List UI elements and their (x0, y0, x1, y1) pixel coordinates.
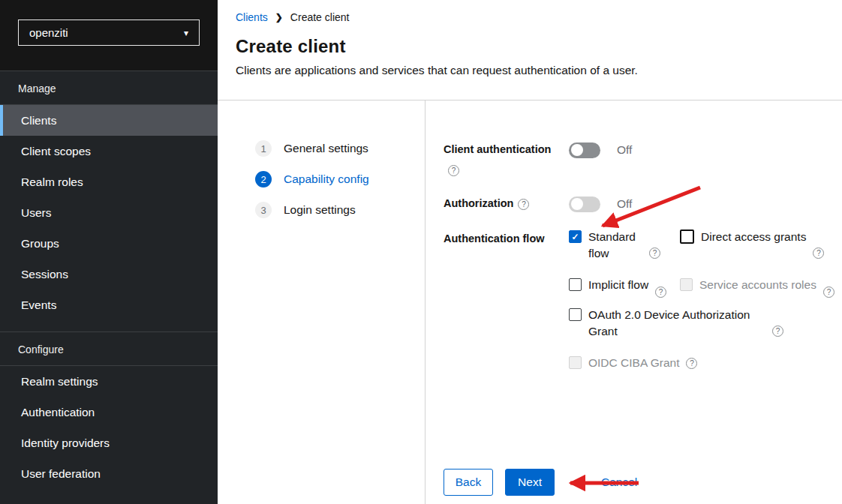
service-accounts-roles-checkbox[interactable] (680, 278, 693, 291)
help-icon[interactable]: ? (448, 165, 459, 176)
sidebar-item-identity-providers[interactable]: Identity providers (0, 428, 218, 458)
capability-config-form: Client authentication ? Off Authorizatio… (426, 100, 842, 504)
toggle-knob (571, 198, 583, 210)
wizard-steps: 1 General settings 2 Capability config 3… (218, 100, 426, 504)
sidebar-item-label: Clients (21, 114, 56, 128)
sidebar-item-label: Authentication (21, 406, 95, 419)
authorization-label: Authorization? (444, 194, 569, 229)
page-header: Clients ❯ Create client Create client Cl… (218, 0, 842, 100)
sidebar-item-events[interactable]: Events (0, 290, 218, 320)
check-icon: ✓ (571, 232, 579, 242)
help-icon[interactable]: ? (772, 326, 783, 337)
wizard-body: 1 General settings 2 Capability config 3… (218, 100, 842, 504)
wizard-footer: Back Next Cancel (444, 469, 637, 496)
nav-section-manage: Manage (0, 71, 218, 104)
client-authentication-control: Off (569, 140, 632, 160)
back-button[interactable]: Back (444, 469, 493, 496)
help-icon[interactable]: ? (518, 199, 529, 210)
sidebar-item-label: Groups (21, 237, 59, 250)
step-label: General settings (284, 142, 368, 155)
help-icon[interactable]: ? (813, 248, 824, 259)
client-authentication-label: Client authentication ? (444, 140, 569, 194)
authentication-flow-options: ✓ Standard flow ? Direct access grants ? (569, 229, 842, 371)
realm-selector-dropdown[interactable]: openziti ▾ (18, 20, 200, 46)
chevron-down-icon: ▾ (184, 28, 188, 38)
implicit-flow-option[interactable]: Implicit flow ? (569, 277, 680, 307)
wizard-step-general-settings[interactable]: 1 General settings (255, 140, 425, 157)
page-title: Create client (236, 36, 824, 57)
sidebar-item-sessions[interactable]: Sessions (0, 259, 218, 290)
oidc-ciba-grant-checkbox[interactable] (569, 356, 582, 369)
help-icon[interactable]: ? (655, 286, 666, 298)
sidebar-item-groups[interactable]: Groups (0, 228, 218, 259)
sidebar-item-clients[interactable]: Clients (0, 105, 218, 136)
breadcrumb-current: Create client (290, 11, 350, 23)
client-authentication-state: Off (617, 143, 632, 157)
help-icon[interactable]: ? (649, 248, 660, 259)
wizard-step-capability-config[interactable]: 2 Capability config (255, 171, 425, 188)
sidebar-item-label: Users (21, 206, 51, 220)
keycloak-admin-console: openziti ▾ Manage Clients Client scopes … (0, 0, 842, 504)
oauth-device-grant-option[interactable]: OAuth 2.0 Device Authorization Grant ? (569, 307, 783, 355)
implicit-flow-checkbox[interactable] (569, 278, 582, 291)
sidebar-item-label: Client scopes (21, 145, 91, 158)
breadcrumb-separator-icon: ❯ (275, 12, 283, 22)
sidebar-item-realm-settings[interactable]: Realm settings (0, 366, 218, 397)
next-button[interactable]: Next (505, 469, 555, 496)
step-label: Login settings (284, 203, 356, 217)
direct-access-grants-checkbox[interactable] (680, 230, 694, 244)
nav-section-configure-group: Configure Realm settings Authentication … (0, 332, 218, 489)
realm-selector-value: openziti (29, 26, 68, 39)
step-number: 1 (255, 140, 272, 157)
sidebar-item-realm-roles[interactable]: Realm roles (0, 166, 218, 197)
client-authentication-row: Client authentication ? Off (444, 140, 842, 194)
standard-flow-option[interactable]: ✓ Standard flow ? (569, 229, 680, 277)
flow-options-row-3: OAuth 2.0 Device Authorization Grant ? (569, 307, 842, 355)
sidebar-item-users[interactable]: Users (0, 197, 218, 228)
sidebar-item-label: Realm roles (21, 176, 83, 189)
standard-flow-checkbox[interactable]: ✓ (569, 230, 582, 243)
flow-options-row-1: ✓ Standard flow ? Direct access grants ? (569, 229, 842, 277)
sidebar-item-client-scopes[interactable]: Client scopes (0, 136, 218, 166)
checkbox-label: Direct access grants (701, 229, 806, 245)
main-content: Clients ❯ Create client Create client Cl… (218, 0, 842, 504)
sidebar-item-label: Realm settings (21, 375, 98, 388)
authorization-control: Off (569, 194, 632, 214)
cancel-link[interactable]: Cancel (601, 476, 637, 489)
sidebar: openziti ▾ Manage Clients Client scopes … (0, 0, 218, 504)
authentication-flow-row: Authentication flow ✓ Standard flow ? (444, 229, 842, 371)
authorization-state: Off (617, 197, 632, 211)
breadcrumb-clients-link[interactable]: Clients (236, 11, 268, 23)
authorization-row: Authorization? Off (444, 194, 842, 229)
direct-access-grants-option[interactable]: Direct access grants ? (680, 229, 824, 277)
toggle-knob (571, 144, 583, 156)
wizard-step-login-settings[interactable]: 3 Login settings (255, 202, 425, 218)
step-number: 2 (255, 171, 272, 188)
sidebar-item-label: Identity providers (21, 436, 110, 450)
oidc-ciba-grant-option[interactable]: OIDC CIBA Grant ? (569, 355, 697, 371)
step-label: Capability config (284, 172, 369, 186)
checkbox-label: Service accounts roles (699, 277, 816, 293)
sidebar-item-authentication[interactable]: Authentication (0, 397, 218, 428)
sidebar-item-label: User federation (21, 467, 101, 481)
breadcrumb: Clients ❯ Create client (236, 11, 824, 23)
service-accounts-roles-option[interactable]: Service accounts roles ? (680, 277, 834, 307)
authentication-flow-label: Authentication flow (444, 229, 569, 371)
flow-options-row-4: OIDC CIBA Grant ? (569, 355, 842, 371)
authorization-toggle[interactable] (569, 196, 600, 212)
flow-options-row-2: Implicit flow ? Service accounts roles ? (569, 277, 842, 307)
oauth-device-grant-checkbox[interactable] (569, 308, 582, 321)
checkbox-label: OAuth 2.0 Device Authorization Grant (588, 307, 765, 340)
checkbox-label: Standard flow (588, 229, 642, 262)
help-icon[interactable]: ? (686, 358, 697, 369)
client-authentication-toggle[interactable] (569, 142, 600, 158)
nav-section-configure: Configure (0, 332, 218, 365)
sidebar-item-label: Events (21, 298, 56, 312)
help-icon[interactable]: ? (823, 286, 834, 298)
sidebar-item-user-federation[interactable]: User federation (0, 458, 218, 489)
sidebar-item-label: Sessions (21, 268, 68, 281)
page-subtitle: Clients are applications and services th… (236, 64, 824, 77)
step-number: 3 (255, 202, 272, 218)
checkbox-label: OIDC CIBA Grant (588, 355, 679, 371)
sidebar-masthead: openziti ▾ (0, 0, 218, 71)
